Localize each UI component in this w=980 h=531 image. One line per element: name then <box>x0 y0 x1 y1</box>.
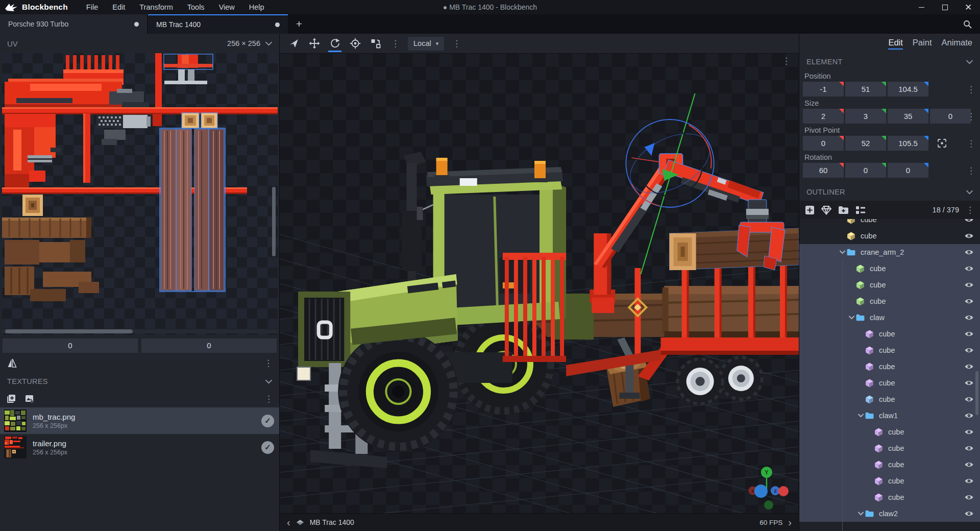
center-pivot-button[interactable] <box>934 136 949 151</box>
position-x-input[interactable]: -1 <box>803 82 844 96</box>
visibility-toggle[interactable] <box>965 331 973 337</box>
outliner-scrollbar[interactable] <box>975 371 978 415</box>
move-tool[interactable] <box>305 34 324 53</box>
outliner-cube-cube[interactable]: cube <box>799 489 980 505</box>
position-y-input[interactable]: 51 <box>845 82 886 96</box>
menu-tools[interactable]: Tools <box>180 0 212 14</box>
textures-menu-dots[interactable]: ⋮ <box>264 395 273 403</box>
visibility-toggle[interactable] <box>965 347 973 353</box>
outliner-cube-cube[interactable]: cube <box>799 219 980 228</box>
resize-tool[interactable] <box>366 34 385 53</box>
visibility-toggle[interactable] <box>965 462 973 468</box>
menu-file[interactable]: File <box>79 0 105 14</box>
outliner-cube-cube[interactable]: cube <box>799 358 980 375</box>
minimize-button[interactable] <box>910 0 933 14</box>
outliner-cube-cube[interactable]: cube <box>799 277 980 293</box>
visibility-toggle[interactable] <box>965 511 973 517</box>
select-tool[interactable] <box>285 34 303 53</box>
rotation-menu-dots[interactable]: ⋮ <box>967 166 975 175</box>
pivot-y-input[interactable]: 52 <box>845 136 886 151</box>
visibility-toggle[interactable] <box>965 282 973 288</box>
position-menu-dots[interactable]: ⋮ <box>967 85 975 93</box>
outliner-cube-cube[interactable]: cube <box>799 440 980 456</box>
chevron-right-icon[interactable]: › <box>788 517 792 527</box>
outliner-group-claw[interactable]: claw <box>799 309 980 326</box>
toolbar-menu-dots[interactable]: ⋮ <box>387 39 404 48</box>
visibility-toggle[interactable] <box>965 478 973 484</box>
rotation-y-input[interactable]: 0 <box>845 163 886 178</box>
uv-vscrollbar[interactable] <box>272 187 276 256</box>
menu-help[interactable]: Help <box>242 0 272 14</box>
visibility-toggle[interactable] <box>965 266 973 272</box>
toggle-outliner-view-button[interactable] <box>855 206 866 214</box>
search-button[interactable] <box>954 14 980 34</box>
outliner-cube-cube[interactable]: cube <box>799 456 980 473</box>
visibility-toggle[interactable] <box>965 315 973 321</box>
outliner-cube-cube[interactable]: cube <box>799 342 980 358</box>
size-inflate-input[interactable]: 0 <box>930 109 971 124</box>
pivot-tool[interactable] <box>346 34 364 53</box>
menu-edit[interactable]: Edit <box>105 0 132 14</box>
add-group-button[interactable] <box>838 206 849 214</box>
new-tab-button[interactable]: + <box>288 14 310 34</box>
rotation-z-input[interactable]: 0 <box>888 163 928 178</box>
visibility-toggle[interactable] <box>965 233 973 239</box>
texture-item-trailer[interactable]: trailer.png 256 x 256px ✓ <box>0 434 279 461</box>
size-z-input[interactable]: 35 <box>888 109 928 124</box>
outliner-cube-cube[interactable]: cube <box>799 326 980 342</box>
texture-item-mb-trac[interactable]: mb_trac.png 256 x 256px ✓ <box>0 407 279 434</box>
tab-porsche-930-turbo[interactable]: Porsche 930 Turbo <box>0 14 147 34</box>
menu-view[interactable]: View <box>212 0 242 14</box>
mirror-uv-icon[interactable] <box>7 358 17 368</box>
uv-resolution-dropdown[interactable]: 256 × 256 <box>227 39 272 47</box>
transform-space-dropdown[interactable]: Local ▾ <box>408 37 444 51</box>
chevron-down-icon[interactable] <box>966 190 973 195</box>
uv-slide-y-input[interactable]: 0 <box>141 338 277 353</box>
create-texture-button[interactable] <box>24 394 35 404</box>
toolbar-menu-dots-2[interactable]: ⋮ <box>448 39 465 48</box>
uv-panel-menu-dots[interactable]: ⋮ <box>264 359 273 368</box>
visibility-toggle[interactable] <box>965 445 973 451</box>
uv-slide-x-input[interactable]: 0 <box>2 338 138 353</box>
visibility-toggle[interactable] <box>965 429 973 435</box>
add-mesh-button[interactable] <box>821 205 831 215</box>
rotate-tool[interactable] <box>326 34 344 53</box>
outliner-menu-dots[interactable]: ⋮ <box>966 206 974 214</box>
add-cube-button[interactable] <box>805 205 815 215</box>
visibility-toggle[interactable] <box>965 413 973 419</box>
rotation-x-input[interactable]: 60 <box>803 163 844 178</box>
chevron-down-icon[interactable] <box>966 60 973 64</box>
maximize-button[interactable] <box>933 0 957 14</box>
visibility-toggle[interactable] <box>965 219 973 223</box>
outliner-group-claw1[interactable]: claw1 <box>799 407 980 424</box>
outliner-cube-cube[interactable]: cube <box>799 473 980 489</box>
uv-hscrollbar[interactable] <box>5 329 133 333</box>
outliner-cube-cube[interactable]: cube <box>799 424 980 440</box>
tab-edit[interactable]: Edit <box>888 38 902 50</box>
visibility-toggle[interactable] <box>965 249 973 255</box>
pivot-z-input[interactable]: 105.5 <box>888 136 928 151</box>
visibility-toggle[interactable] <box>965 396 973 402</box>
menu-transform[interactable]: Transform <box>132 0 180 14</box>
chevron-left-icon[interactable]: ‹ <box>287 517 290 527</box>
position-z-input[interactable]: 104.5 <box>888 82 928 96</box>
size-x-input[interactable]: 2 <box>803 109 844 124</box>
outliner-cube-cube[interactable]: cube <box>799 391 980 407</box>
tab-animate[interactable]: Animate <box>941 38 972 50</box>
visibility-toggle[interactable] <box>965 380 973 386</box>
outliner-cube-cube[interactable]: cube <box>799 293 980 309</box>
viewport-menu-dots[interactable]: ⋮ <box>782 57 791 65</box>
visibility-toggle[interactable] <box>965 298 973 304</box>
uv-editor-canvas[interactable] <box>2 53 278 335</box>
texture-assigned-check-icon[interactable]: ✓ <box>261 415 274 427</box>
import-texture-button[interactable] <box>6 394 16 404</box>
pivot-x-input[interactable]: 0 <box>803 136 844 151</box>
outliner-cube-cube[interactable]: cube <box>799 260 980 277</box>
outliner-cube-cube[interactable]: cube <box>799 375 980 391</box>
size-y-input[interactable]: 3 <box>845 109 886 124</box>
tab-paint[interactable]: Paint <box>913 38 932 50</box>
pivot-menu-dots[interactable]: ⋮ <box>967 139 975 148</box>
3d-viewport[interactable]: X Y Z ⋮ <box>280 54 799 513</box>
texture-assigned-check-icon[interactable]: ✓ <box>261 441 274 454</box>
outliner-cube-cube[interactable]: cube <box>799 228 980 244</box>
